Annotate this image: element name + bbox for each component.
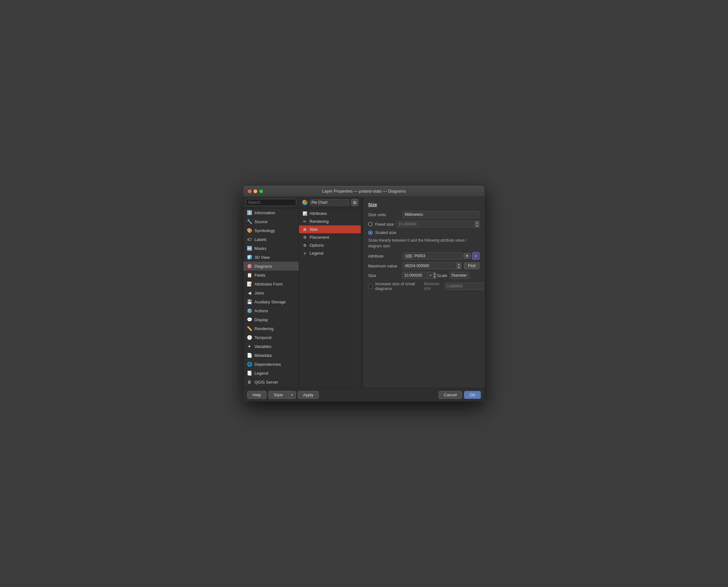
fixed-size-input[interactable]	[396, 220, 475, 228]
size-up-arrow[interactable]: ▲	[433, 272, 436, 275]
diagrams-icon: 🎯	[247, 263, 252, 269]
fixed-size-up-arrow[interactable]: ▲	[475, 221, 479, 224]
sidebar-label-temporal: Temporal	[254, 335, 271, 340]
sidebar-label-variables: Variables	[254, 344, 271, 349]
dependencies-icon: 🌐	[247, 361, 252, 367]
traffic-lights	[248, 189, 263, 193]
scaled-size-radio[interactable]	[368, 231, 372, 235]
sidebar-label-source: Source	[254, 219, 268, 224]
minimum-size-spinbox: ▲ ▼	[445, 283, 480, 290]
style-dropdown-button[interactable]: ▼	[288, 391, 296, 399]
sidebar-label-display: Display	[254, 318, 268, 322]
scaled-size-label: Scaled size	[375, 230, 396, 235]
size-input[interactable]	[402, 272, 427, 279]
sidebar-label-3d-view: 3D View	[254, 255, 270, 260]
diagram-type-bar: Pie Chart ⚙	[299, 197, 361, 208]
maximum-value-arrows: ▲ ▼	[456, 262, 461, 269]
sidebar-item-variables[interactable]: ✦ Variables	[243, 342, 299, 351]
sidebar-item-digitizing[interactable]: ✏ Digitizing	[243, 386, 299, 388]
minimum-size-input[interactable]	[445, 283, 485, 290]
help-button[interactable]: Help	[247, 391, 267, 399]
sidebar-label-qgis-server: QGIS Server	[254, 380, 278, 384]
main-content: ℹ️ Information 🔧 Source 🎨 Symbology 🏷 La…	[243, 197, 485, 388]
submenu-item-attributes[interactable]: 📊 Attributes	[299, 209, 361, 217]
size-units-label: Size units	[368, 212, 400, 217]
sidebar-label-metadata: Metadata	[254, 353, 272, 358]
sidebar-label-information: Information	[254, 210, 275, 215]
submenu-item-placement[interactable]: ⚙ Placement	[299, 233, 361, 241]
maximum-value-input[interactable]	[403, 262, 456, 269]
apply-button[interactable]: Apply	[298, 391, 319, 399]
sidebar-item-auxiliary-storage[interactable]: 💾 Auxiliary Storage	[243, 297, 299, 306]
maximize-button[interactable]	[259, 189, 263, 193]
sidebar-item-rendering[interactable]: ✏️ Rendering	[243, 324, 299, 333]
sidebar-item-legend[interactable]: 📑 Legend	[243, 369, 299, 378]
maximum-value-up-arrow[interactable]: ▲	[457, 263, 461, 266]
section-title: Size	[368, 202, 480, 207]
search-input[interactable]	[246, 199, 296, 206]
sidebar-item-labels[interactable]: 🏷 Labels	[243, 235, 299, 244]
minimize-button[interactable]	[253, 189, 257, 193]
attribute-dropdown-button[interactable]: ▼	[463, 253, 471, 259]
scaled-size-row: Scaled size	[368, 230, 480, 235]
sidebar-item-actions[interactable]: ⚙️ Actions	[243, 306, 299, 315]
submenu-item-size[interactable]: ⊞ Size	[299, 226, 361, 233]
sidebar-item-temporal[interactable]: 🕐 Temporal	[243, 333, 299, 342]
size-units-select[interactable]: Millimeters Points Pixels Map units	[403, 211, 480, 218]
sidebar-item-source[interactable]: 🔧 Source	[243, 217, 299, 226]
size-row: Size ✕ ▲ ▼ Scale Diameter Area	[368, 272, 480, 279]
sidebar-items: ℹ️ Information 🔧 Source 🎨 Symbology 🏷 La…	[243, 208, 299, 388]
submenu-item-options[interactable]: ⚙ Options	[299, 241, 361, 249]
style-dropdown-arrow: ▼	[291, 393, 294, 397]
increase-size-label: Increase size of small diagrams	[375, 281, 420, 291]
find-button[interactable]: Find	[464, 262, 480, 269]
sidebar-item-qgis-server[interactable]: 🖥 QGIS Server	[243, 378, 299, 386]
fields-icon: 📋	[247, 272, 252, 278]
increase-size-checkbox[interactable]	[368, 284, 372, 288]
sidebar-label-diagrams: Diagrams	[254, 264, 272, 269]
sidebar-item-symbology[interactable]: 🎨 Symbology	[243, 226, 299, 235]
attribute-tag: 123	[405, 254, 413, 258]
sidebar-item-dependencies[interactable]: 🌐 Dependencies	[243, 360, 299, 369]
sidebar-item-display[interactable]: 💬 Display	[243, 315, 299, 324]
sidebar-label-auxiliary-storage: Auxiliary Storage	[254, 300, 286, 304]
sidebar-label-dependencies: Dependencies	[254, 362, 281, 367]
sidebar-item-fields[interactable]: 📋 Fields	[243, 271, 299, 280]
sidebar-item-diagrams[interactable]: 🎯 Diagrams	[243, 262, 299, 271]
size-down-arrow[interactable]: ▼	[433, 275, 436, 279]
attribute-expression-button[interactable]: ε	[472, 252, 480, 260]
submenu-item-legend[interactable]: ≡ Legend	[299, 249, 361, 257]
sidebar-item-metadata[interactable]: 📄 Metadata	[243, 351, 299, 360]
sidebar-item-attributes-form[interactable]: 📝 Attributes Form	[243, 280, 299, 288]
submenu-label-placement: Placement	[310, 235, 329, 240]
sidebar-item-joins[interactable]: ◀ Joins	[243, 288, 299, 297]
attribute-select: 123 P0003	[403, 253, 462, 259]
minimum-size-label: Minimum size	[424, 282, 442, 291]
sidebar-item-information[interactable]: ℹ️ Information	[243, 208, 299, 217]
ok-button[interactable]: OK	[464, 391, 481, 399]
diagram-sub-menu: 📊 Attributes ✏ Rendering ⊞ Size ⚙ Placem…	[299, 208, 361, 388]
maximum-value-down-arrow[interactable]: ▼	[457, 266, 461, 269]
rendering-sub-icon: ✏	[302, 219, 307, 224]
submenu-label-attributes: Attributes	[310, 211, 327, 216]
display-icon: 💬	[247, 317, 252, 323]
sidebar-item-3d-view[interactable]: 🧊 3D View	[243, 253, 299, 262]
close-button[interactable]	[248, 189, 252, 193]
fixed-size-down-arrow[interactable]: ▼	[475, 224, 479, 227]
size-input-wrapper: ✕ ▲ ▼	[402, 272, 434, 279]
diagram-type-select[interactable]: Pie Chart	[310, 199, 349, 206]
sidebar-label-fields: Fields	[254, 273, 266, 278]
style-button[interactable]: Style	[269, 391, 288, 399]
rendering-icon: ✏️	[247, 326, 252, 331]
sidebar-item-masks[interactable]: 🔤 Masks	[243, 244, 299, 253]
size-sub-icon: ⊞	[302, 227, 307, 232]
scale-select[interactable]: Diameter Area	[449, 272, 470, 279]
submenu-label-options: Options	[310, 243, 324, 248]
submenu-item-rendering[interactable]: ✏ Rendering	[299, 217, 361, 226]
cancel-button[interactable]: Cancel	[438, 391, 462, 399]
size-clear-button[interactable]: ✕	[427, 272, 433, 279]
fixed-size-radio[interactable]	[368, 222, 372, 226]
diagram-settings-button[interactable]: ⚙	[351, 199, 358, 206]
submenu-label-size: Size	[310, 227, 318, 232]
sidebar-label-labels: Labels	[254, 237, 267, 242]
